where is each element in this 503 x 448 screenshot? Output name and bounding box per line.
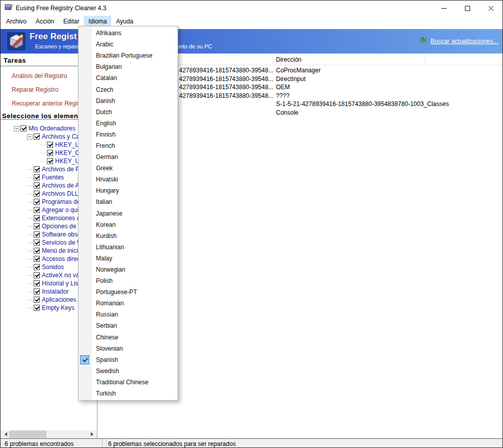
language-option-korean[interactable]: Korean <box>79 219 178 230</box>
tree-item-label: Accesos direct <box>42 255 82 262</box>
menubar-item-accion[interactable]: Acción <box>31 16 59 27</box>
language-option-spanish[interactable]: Spanish <box>79 354 178 365</box>
tree-connector <box>27 267 33 268</box>
tree-connector <box>27 275 33 276</box>
checkbox[interactable] <box>34 280 40 286</box>
language-option-label: Arabic <box>96 41 113 48</box>
language-option-czech[interactable]: Czech <box>79 84 178 95</box>
checkbox[interactable] <box>34 199 40 205</box>
language-option-greek[interactable]: Greek <box>79 163 178 174</box>
checkbox[interactable] <box>34 272 40 278</box>
language-option-label: Greek <box>96 165 113 172</box>
menubar-item-ayuda[interactable]: Ayuda <box>111 16 138 27</box>
tree-connector <box>27 283 33 284</box>
checkbox[interactable] <box>34 240 40 246</box>
scrollbar-thumb[interactable] <box>9 431 46 438</box>
language-option-label: Italian <box>96 198 112 205</box>
language-option-afrikaans[interactable]: Afrikaans <box>79 28 178 39</box>
checkbox[interactable] <box>34 288 40 295</box>
collapse-icon[interactable] <box>14 126 19 131</box>
checkbox[interactable] <box>34 305 40 311</box>
language-option-turkish[interactable]: Turkish <box>79 388 178 399</box>
language-option-label: Lithuanian <box>96 244 124 251</box>
column-divider <box>425 55 425 64</box>
language-option-portuguese-pt[interactable]: Portuguese-PT <box>79 286 178 298</box>
language-option-arabic[interactable]: Arabic <box>79 39 178 50</box>
collapse-icon[interactable] <box>27 134 33 140</box>
language-option-label: Bulgarian <box>96 63 122 70</box>
checkbox[interactable] <box>34 174 40 180</box>
status-problems-selected: 6 problemas seleccionados para ser repar… <box>106 439 236 448</box>
language-option-catalan[interactable]: Catalan <box>79 72 178 84</box>
language-option-lithuanian[interactable]: Lithuanian <box>79 242 178 253</box>
language-option-traditional-chinese[interactable]: Traditional Chinese <box>79 377 178 388</box>
language-option-danish[interactable]: Danish <box>79 95 178 107</box>
scroll-right-button[interactable] <box>89 430 97 438</box>
tree-item-label: Menú de inicio <box>42 247 81 254</box>
check-updates-label: Buscar actualizaciones... <box>431 38 498 45</box>
language-option-slovenian[interactable]: Slovenian <box>79 343 178 354</box>
checkbox[interactable] <box>34 297 40 303</box>
minimize-button[interactable] <box>432 1 456 16</box>
checkbox[interactable] <box>47 158 53 164</box>
language-option-bulgarian[interactable]: Bulgarian <box>79 61 178 72</box>
language-option-label: Catalan <box>96 74 117 82</box>
tree-connector <box>40 153 46 153</box>
language-option-hungary[interactable]: Hungary <box>79 185 178 196</box>
checkbox[interactable] <box>47 150 53 156</box>
language-option-hrvatski[interactable]: Hrvatski <box>79 174 178 185</box>
language-option-italian[interactable]: Italian <box>79 196 178 207</box>
language-option-kurdish[interactable]: Kurdish <box>79 230 178 242</box>
checkbox[interactable] <box>34 215 40 221</box>
checkbox[interactable] <box>34 248 40 254</box>
menubar-item-editar[interactable]: Editar <box>59 16 84 27</box>
checkbox[interactable] <box>34 166 40 172</box>
checkbox[interactable] <box>34 191 40 197</box>
language-option-romanian[interactable]: Romanian <box>79 298 178 309</box>
language-option-serbian[interactable]: Serbian <box>79 320 178 331</box>
language-option-malay[interactable]: Malay <box>79 253 178 264</box>
task-link-reparar-registro[interactable]: Reparar Registro <box>12 84 84 97</box>
language-option-english[interactable]: English <box>79 118 178 129</box>
checkbox[interactable] <box>34 182 40 189</box>
task-link-analisis-del-registro[interactable]: Análisis del Registro <box>12 70 84 84</box>
tree-connector <box>27 218 33 219</box>
menubar-item-archivo[interactable]: Archivo <box>2 16 31 27</box>
scrollbar-track[interactable] <box>9 430 89 438</box>
column-divider <box>272 55 273 64</box>
language-option-french[interactable]: French <box>79 140 178 151</box>
task-link-recuperar-anterior-registr[interactable]: Recuperar anterior Registr <box>12 97 84 111</box>
checkbox[interactable] <box>34 231 40 238</box>
language-option-label: German <box>96 153 118 161</box>
tree-item-label: Extensiones de <box>42 215 84 222</box>
language-option-dutch[interactable]: Dutch <box>79 107 178 118</box>
tree-connector <box>27 226 33 227</box>
checkbox[interactable] <box>34 207 40 213</box>
checkbox[interactable] <box>20 125 27 131</box>
language-option-norwegian[interactable]: Norwegian <box>79 264 178 275</box>
horizontal-scrollbar[interactable] <box>1 430 97 438</box>
language-option-chinese[interactable]: Chinese <box>79 332 178 343</box>
checkbox[interactable] <box>34 134 40 140</box>
language-option-russian[interactable]: Russian <box>79 309 178 320</box>
checkbox[interactable] <box>47 142 53 148</box>
menubar-item-idioma[interactable]: Idioma <box>84 16 111 27</box>
language-option-polish[interactable]: Polish <box>79 275 178 286</box>
language-option-brazilian-portuguese[interactable]: Brazilian Portuguese <box>79 50 178 61</box>
language-option-finnish[interactable]: Finnish <box>79 129 178 140</box>
checkbox[interactable] <box>34 256 40 262</box>
language-option-japanese[interactable]: Japanese <box>79 208 178 219</box>
checkbox[interactable] <box>34 223 40 229</box>
checkbox[interactable] <box>34 264 40 270</box>
language-option-swedish[interactable]: Swedish <box>79 365 178 377</box>
language-option-german[interactable]: German <box>79 151 178 163</box>
check-updates-link[interactable]: Buscar actualizaciones... <box>419 36 498 46</box>
maximize-button[interactable] <box>456 1 479 16</box>
language-option-label: Hrvatski <box>96 176 118 183</box>
language-option-label: Czech <box>96 86 113 93</box>
close-button[interactable] <box>479 1 502 16</box>
scroll-left-button[interactable] <box>1 430 9 438</box>
column-header-direccion[interactable]: Dirección <box>276 56 301 63</box>
titlebar: Eusing Free Registry Cleaner 4.3 <box>1 1 502 16</box>
tree-connector <box>27 194 33 194</box>
